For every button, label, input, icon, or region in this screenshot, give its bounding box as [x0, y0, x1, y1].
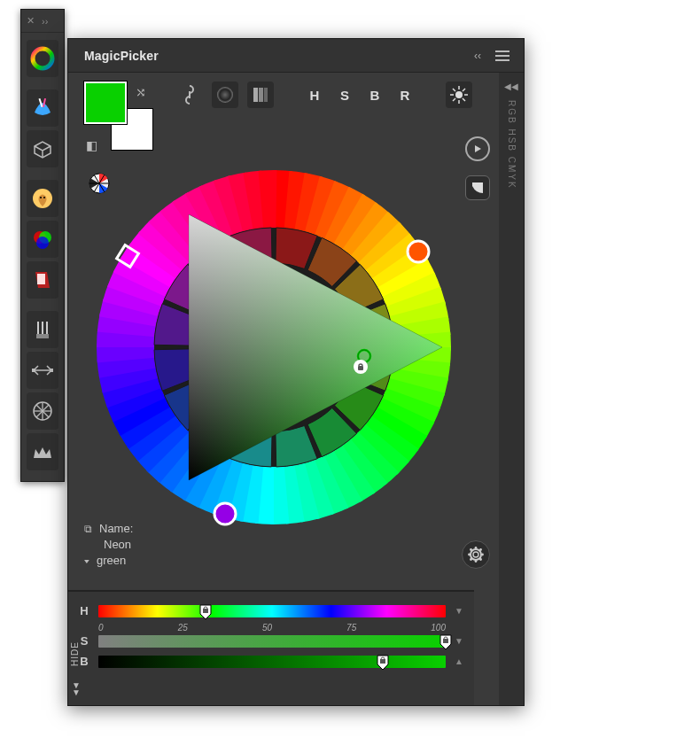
- hue-slider[interactable]: [98, 605, 446, 617]
- color-name-block: ⧉ Name: Neon ▾ green: [84, 521, 133, 569]
- svg-line-32: [453, 98, 455, 101]
- dock-magicpicker-icon[interactable]: [27, 40, 58, 77]
- svg-rect-14: [50, 369, 53, 372]
- svg-point-5: [43, 197, 45, 198]
- svg-point-40: [214, 503, 236, 524]
- rail-modes-label[interactable]: RGB HSB CMYK: [507, 100, 517, 190]
- color-mode-rail: ◀◀ RGB HSB CMYK: [499, 73, 524, 705]
- svg-point-50: [481, 554, 484, 556]
- picker-main: ⤭ ◧: [68, 73, 499, 705]
- dock-portrait-icon[interactable]: [27, 180, 58, 217]
- collapse-panel-icon[interactable]: ‹‹: [474, 50, 481, 62]
- svg-point-47: [475, 547, 478, 549]
- svg-point-49: [468, 554, 471, 556]
- sat-slider-row: S ▼: [79, 634, 465, 648]
- copy-name-icon[interactable]: ⧉: [84, 521, 92, 537]
- hue-expand-icon[interactable]: ▼: [455, 606, 465, 616]
- svg-rect-21: [253, 88, 258, 102]
- svg-point-46: [473, 552, 478, 557]
- play-preview-icon[interactable]: [465, 136, 490, 161]
- swap-colors-icon[interactable]: ⤭: [136, 85, 146, 99]
- svg-point-20: [217, 87, 233, 103]
- dock-header: ✕ ››: [21, 10, 64, 33]
- hue-slider-row: H ▼: [79, 604, 465, 617]
- dock-3d-icon[interactable]: [27, 130, 58, 167]
- color-name-line1: Neon: [104, 537, 131, 553]
- plugin-dock: ✕ ››: [20, 9, 65, 482]
- foreground-swatch[interactable]: [84, 82, 127, 124]
- spotlight-button[interactable]: [446, 82, 472, 108]
- svg-point-39: [408, 241, 429, 262]
- svg-rect-56: [443, 639, 448, 643]
- svg-rect-11: [46, 322, 48, 336]
- sat-expand-icon[interactable]: ▼: [455, 636, 465, 646]
- color-wheel[interactable]: [79, 152, 469, 542]
- right-mode-stack: [465, 136, 490, 200]
- mode-b-button[interactable]: B: [364, 82, 385, 108]
- svg-point-0: [33, 49, 52, 68]
- svg-rect-23: [264, 88, 268, 102]
- bri-expand-icon[interactable]: ▲: [455, 656, 465, 666]
- panel-header: MagicPicker ‹‹: [68, 39, 524, 73]
- svg-point-53: [479, 548, 482, 551]
- svg-point-54: [470, 558, 472, 561]
- collapse-name-icon[interactable]: ▾: [84, 555, 89, 567]
- dock-book-icon[interactable]: [27, 261, 58, 299]
- close-icon[interactable]: ✕: [27, 15, 35, 27]
- link-colors-icon[interactable]: [176, 82, 203, 108]
- dock-mixer-icon[interactable]: [27, 89, 58, 127]
- default-colors-icon[interactable]: ◧: [86, 138, 97, 152]
- hue-label: H: [79, 604, 89, 617]
- sat-label: S: [79, 634, 89, 648]
- svg-point-51: [470, 548, 472, 551]
- panel-menu-icon[interactable]: [495, 50, 509, 61]
- foreground-background-swatches[interactable]: ⤭ ◧: [84, 82, 146, 152]
- sat-handle[interactable]: [439, 633, 453, 649]
- svg-rect-22: [259, 88, 263, 102]
- svg-point-48: [475, 560, 478, 563]
- svg-point-52: [479, 558, 482, 561]
- magicpicker-panel: MagicPicker ‹‹ ⤭ ◧: [67, 38, 525, 706]
- hsb-sliders: H ▼ 0 25 50 75 100: [68, 590, 474, 705]
- mode-s-button[interactable]: S: [334, 82, 355, 108]
- svg-rect-9: [37, 322, 39, 336]
- mode-r-button[interactable]: R: [394, 82, 416, 108]
- hue-handle[interactable]: [198, 603, 213, 619]
- svg-rect-13: [32, 369, 35, 372]
- panel-title: MagicPicker: [84, 49, 474, 63]
- top-toolbar: ⤭ ◧: [84, 82, 472, 152]
- wheel-mode-button[interactable]: [212, 82, 238, 108]
- svg-rect-57: [380, 659, 385, 664]
- expand-dock-icon[interactable]: ››: [42, 16, 48, 27]
- svg-point-8: [36, 237, 49, 249]
- color-name-line2: green: [97, 553, 126, 569]
- slider-ticks: 0 25 50 75 100: [79, 623, 446, 633]
- hide-sliders-icon[interactable]: ▼▼: [72, 682, 81, 696]
- settings-gear-icon[interactable]: [462, 540, 490, 569]
- svg-rect-12: [36, 334, 49, 338]
- svg-rect-44: [358, 366, 363, 370]
- dock-brushes-icon[interactable]: [27, 311, 58, 348]
- dock-anchors-icon[interactable]: [27, 352, 58, 389]
- svg-point-24: [455, 91, 463, 98]
- rail-collapse-icon[interactable]: ◀◀: [504, 82, 518, 91]
- name-label: Name:: [99, 521, 133, 537]
- strip-mode-button[interactable]: [247, 82, 274, 108]
- dock-crown-icon[interactable]: [27, 433, 58, 470]
- bri-label: B: [79, 655, 89, 668]
- svg-line-30: [463, 98, 465, 101]
- bri-slider[interactable]: [98, 656, 446, 668]
- hide-sliders-label[interactable]: HIDE: [70, 641, 80, 666]
- svg-line-29: [453, 89, 455, 91]
- svg-line-31: [463, 89, 465, 91]
- bri-slider-row: B ▲: [79, 655, 465, 668]
- swatch-shape-icon[interactable]: [465, 175, 490, 200]
- sat-slider[interactable]: [98, 635, 446, 648]
- svg-rect-10: [42, 322, 43, 336]
- dock-wheel-icon[interactable]: [27, 392, 58, 430]
- bri-handle[interactable]: [376, 654, 390, 670]
- dock-venn-icon[interactable]: [27, 221, 58, 258]
- svg-point-4: [40, 197, 42, 198]
- svg-rect-55: [203, 609, 208, 613]
- mode-h-button[interactable]: H: [304, 82, 325, 108]
